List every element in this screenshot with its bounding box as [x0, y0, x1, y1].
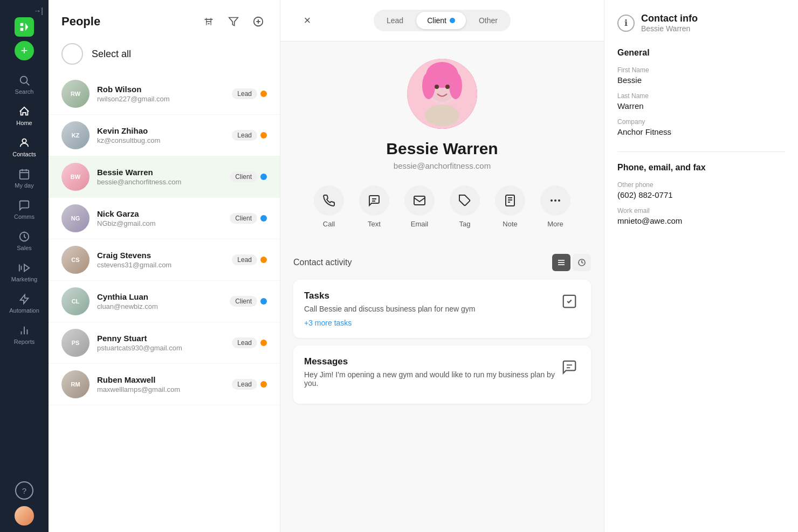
contact-name-ruben: Ruben Maxwell — [97, 375, 224, 384]
action-buttons: Call Text Email Tag — [314, 185, 570, 228]
contact-item-rob[interactable]: RW Rob Wilson rwilson227@gmail.com Lead — [49, 73, 280, 115]
filter-button[interactable] — [225, 13, 242, 30]
toggle-clock-button[interactable] — [573, 254, 591, 271]
svg-point-0 — [20, 77, 27, 84]
field-company: Company Anchor Fitness — [617, 118, 785, 136]
tasks-icon — [559, 291, 580, 312]
tasks-more[interactable]: +3 more tasks — [304, 319, 559, 327]
tab-lead[interactable]: Lead — [376, 12, 414, 29]
svg-point-24 — [425, 105, 459, 126]
contact-email-penny: pstuartcats930@gmail.com — [97, 344, 224, 352]
messages-content: Messages Hey Jim! I'm opening a new gym … — [304, 356, 559, 393]
sidebar-label-automation: Automation — [9, 307, 39, 314]
help-button[interactable]: ? — [15, 481, 33, 500]
activity-toggle — [552, 254, 591, 271]
action-email[interactable]: Email — [404, 185, 435, 228]
contact-name-cynthia: Cynthia Luan — [97, 292, 222, 301]
lastname-value: Warren — [617, 101, 785, 110]
contact-item-penny[interactable]: PS Penny Stuart pstuartcats930@gmail.com… — [49, 322, 280, 364]
action-call[interactable]: Call — [314, 185, 344, 228]
contact-email-craig: cstevens31@gmail.com — [97, 261, 224, 269]
field-other-phone: Other phone (602) 882-0771 — [617, 181, 785, 199]
field-work-email: Work email mnieto@awe.com — [617, 207, 785, 225]
svg-marker-12 — [229, 18, 238, 26]
contact-item-bessie[interactable]: BW Bessie Warren bessie@anchorfitness.co… — [49, 156, 280, 198]
type-tabs: Lead Client Other — [374, 10, 511, 31]
info-subtitle: Bessie Warren — [641, 24, 698, 33]
messages-card: Messages Hey Jim! I'm opening a new gym … — [293, 346, 591, 404]
note-icon-circle — [495, 185, 525, 216]
tag-label: Tag — [459, 220, 471, 228]
contact-email-cynthia: cluan@newbiz.com — [97, 302, 222, 310]
sidebar-item-automation[interactable]: Automation — [0, 288, 49, 319]
contact-item-cynthia[interactable]: CL Cynthia Luan cluan@newbiz.com Client — [49, 281, 280, 322]
action-note[interactable]: Note — [495, 185, 525, 228]
sidebar-item-search[interactable]: Search — [0, 69, 49, 100]
more-icon-circle — [540, 185, 570, 216]
phone-email-section: Phone, email, and fax Other phone (602) … — [617, 163, 785, 225]
field-firstname: First Name Bessie — [617, 66, 785, 85]
add-button[interactable]: + — [15, 41, 34, 60]
select-all-checkbox[interactable] — [61, 43, 83, 65]
contact-email-kevin: kz@consultbug.com — [97, 136, 224, 144]
general-section: General First Name Bessie Last Name Warr… — [617, 48, 785, 136]
svg-point-22 — [435, 85, 439, 89]
sort-button[interactable] — [200, 13, 217, 30]
sidebar-item-home[interactable]: Home — [0, 100, 49, 132]
contact-badge-ruben: Lead — [232, 379, 267, 390]
tab-client[interactable]: Client — [416, 12, 466, 29]
detail-panel: × Lead Client Other — [280, 0, 604, 532]
firstname-value: Bessie — [617, 75, 785, 85]
status-dot-ruben — [260, 381, 267, 388]
avatar-penny: PS — [61, 329, 90, 357]
action-more[interactable]: More — [540, 185, 570, 228]
contact-email-bessie: bessie@anchorfitness.com — [97, 178, 222, 186]
sidebar-item-contacts[interactable]: Contacts — [0, 132, 49, 163]
contact-item-kevin[interactable]: KZ Kevin Zhihao kz@consultbug.com Lead — [49, 115, 280, 156]
avatar-kevin: KZ — [61, 121, 90, 149]
svg-rect-3 — [20, 170, 29, 179]
user-avatar[interactable] — [15, 506, 34, 526]
tab-other[interactable]: Other — [468, 12, 508, 29]
sidebar-item-comms[interactable]: Comms — [0, 194, 49, 225]
people-header: People — [49, 0, 280, 39]
contact-detail-name: Bessie Warren — [386, 140, 498, 158]
info-panel: ℹ Contact info Bessie Warren General Fir… — [604, 0, 798, 532]
status-dot-kevin — [260, 132, 267, 139]
toggle-list-button[interactable] — [552, 254, 570, 271]
sidebar-label-contacts: Contacts — [12, 151, 36, 157]
text-icon-circle — [359, 185, 389, 216]
sidebar-item-marketing[interactable]: Marketing — [0, 257, 49, 288]
work-email-value: mnieto@awe.com — [617, 216, 785, 225]
status-dot-rob — [260, 91, 267, 97]
collapse-icon[interactable]: →| — [33, 6, 43, 15]
contact-badge-craig: Lead — [232, 254, 267, 265]
company-label: Company — [617, 118, 785, 126]
divider-1 — [617, 151, 785, 152]
action-text[interactable]: Text — [359, 185, 389, 228]
contact-item-nick[interactable]: NG Nick Garza NGbiz@gmail.com Client — [49, 198, 280, 239]
sidebar: →| + Search Home Contacts My day Comms S… — [0, 0, 49, 532]
contact-badge-nick: Client — [230, 213, 267, 224]
sidebar-item-reports[interactable]: Reports — [0, 319, 49, 350]
close-button[interactable]: × — [298, 11, 317, 30]
avatar-rob: RW — [61, 80, 90, 108]
sidebar-item-myday[interactable]: My day — [0, 163, 49, 194]
svg-point-21 — [449, 72, 462, 99]
sidebar-label-search: Search — [15, 88, 34, 95]
contact-item-ruben[interactable]: RM Ruben Maxwell maxwelllamps@gmail.com … — [49, 364, 280, 405]
messages-icon — [559, 356, 580, 378]
sidebar-item-sales[interactable]: Sales — [0, 225, 49, 257]
contact-name-bessie: Bessie Warren — [97, 168, 222, 177]
contact-detail-avatar — [407, 59, 477, 129]
add-contact-button[interactable] — [250, 13, 267, 30]
sidebar-label-comms: Comms — [14, 213, 35, 220]
svg-point-34 — [554, 199, 556, 202]
contact-badge-penny: Lead — [232, 337, 267, 348]
more-label: More — [547, 220, 563, 228]
contact-info-ruben: Ruben Maxwell maxwelllamps@gmail.com — [97, 375, 224, 393]
sidebar-label-home: Home — [16, 120, 32, 126]
contact-item-craig[interactable]: CS Craig Stevens cstevens31@gmail.com Le… — [49, 239, 280, 281]
contact-detail-email: bessie@anchorfitness.com — [394, 161, 491, 170]
action-tag[interactable]: Tag — [450, 185, 480, 228]
